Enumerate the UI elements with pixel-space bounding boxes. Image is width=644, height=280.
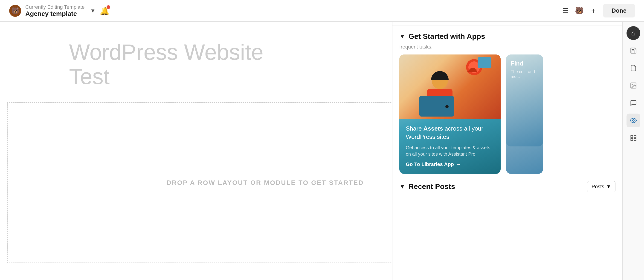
template-name: Agency template xyxy=(25,10,85,17)
top-bar: 🐻 Currently Editing Template Agency temp… xyxy=(0,0,644,22)
save-sidebar-button[interactable] xyxy=(626,44,640,57)
card1-link[interactable]: Go To Libraries App → xyxy=(406,161,494,167)
top-bar-title: Currently Editing Template Agency templa… xyxy=(25,4,85,17)
comment-icon xyxy=(630,100,637,106)
recent-posts-chevron-icon[interactable]: ▼ xyxy=(399,183,405,190)
notification-badge xyxy=(106,5,110,9)
top-bar-left: 🐻 Currently Editing Template Agency temp… xyxy=(9,4,109,17)
drop-zone-text: DROP A ROW LAYOUT OR MODULE TO GET START… xyxy=(166,179,364,186)
card1-headline: Share Assets across all your WordPress s… xyxy=(406,124,494,141)
svg-rect-3 xyxy=(631,135,633,137)
svg-point-2 xyxy=(632,120,634,121)
apps-section-header: ▼ Get Started with Apps xyxy=(399,26,616,44)
apps-section-description: frequent tasks. xyxy=(399,44,616,54)
apps-cards-row: ☁ Share Assets ac xyxy=(399,54,616,174)
card2-headline: Find xyxy=(511,60,538,67)
avatar[interactable]: 🐻 xyxy=(9,5,21,17)
libraries-app-card[interactable]: ☁ Share Assets ac xyxy=(399,54,500,174)
grid-sidebar-button[interactable] xyxy=(626,131,640,145)
home-sidebar-button[interactable]: ⌂ xyxy=(626,26,640,40)
preview-sidebar-button[interactable] xyxy=(626,114,640,127)
svg-rect-6 xyxy=(634,139,636,141)
card1-headline-bold: Assets xyxy=(424,125,443,132)
posts-filter-chevron-icon: ▼ xyxy=(606,184,611,190)
apps-section-chevron-icon[interactable]: ▼ xyxy=(399,33,405,40)
card2-description: The co... and mo... xyxy=(511,69,538,79)
card1-link-text: Go To Libraries App xyxy=(406,161,454,167)
top-bar-right: ☰ 🐻 ＋ Done xyxy=(562,4,635,17)
grid-icon xyxy=(630,134,637,141)
apps-section-title: Get Started with Apps xyxy=(408,32,485,41)
list-view-button[interactable]: ☰ xyxy=(562,7,568,15)
card1-description: Get access to all your templates & asset… xyxy=(406,144,494,157)
page-sidebar-button[interactable] xyxy=(626,61,640,75)
svg-rect-5 xyxy=(631,139,633,141)
editing-label: Currently Editing Template xyxy=(25,4,85,10)
notification-bell[interactable]: 🔔 xyxy=(100,6,109,15)
svg-rect-4 xyxy=(634,135,636,137)
right-panel: 🔍 ⊕ ⋮ ✕ ▼ Get Started with Apps frequent… xyxy=(392,0,622,280)
eye-icon xyxy=(630,117,637,124)
card2-inner: Find The co... and mo... xyxy=(506,54,543,146)
recent-posts-title: Recent Posts xyxy=(408,182,455,191)
card1-link-arrow-icon: → xyxy=(456,161,461,167)
card1-illustration: ☁ xyxy=(399,54,500,119)
image-sidebar-button[interactable] xyxy=(626,79,640,92)
panel-body: ▼ Get Started with Apps frequent tasks. … xyxy=(392,26,622,280)
right-sidebar: ⌂ xyxy=(622,22,644,280)
svg-point-1 xyxy=(632,84,633,85)
done-button[interactable]: Done xyxy=(603,4,635,17)
image-icon xyxy=(630,82,637,89)
add-button[interactable]: ＋ xyxy=(590,6,597,15)
recent-posts-left: ▼ Recent Posts xyxy=(399,182,455,191)
posts-filter-dropdown[interactable]: Posts ▼ xyxy=(587,181,616,192)
save-icon xyxy=(630,47,637,54)
page-icon xyxy=(630,65,637,71)
recent-posts-header: ▼ Recent Posts Posts ▼ xyxy=(399,174,616,195)
template-chevron-icon[interactable]: ▼ xyxy=(90,7,96,14)
find-app-card[interactable]: Find The co... and mo... xyxy=(506,54,543,174)
comments-sidebar-button[interactable] xyxy=(626,96,640,110)
posts-filter-label: Posts xyxy=(592,184,604,190)
card1-body: Share Assets across all your WordPress s… xyxy=(399,119,500,174)
user-avatar-button[interactable]: 🐻 xyxy=(575,7,584,15)
card1-headline-prefix: Share xyxy=(406,125,424,132)
